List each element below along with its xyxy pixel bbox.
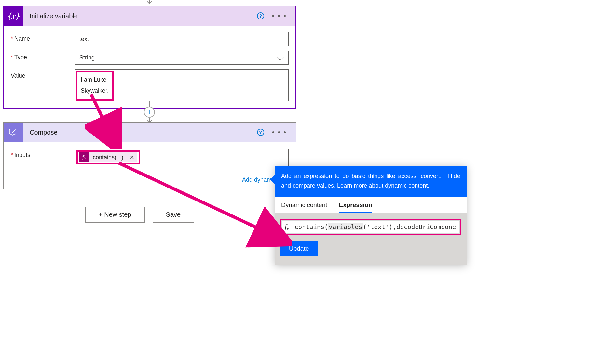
token-label: contains(...) xyxy=(89,154,127,161)
callout-caret xyxy=(270,175,275,184)
value-input[interactable]: I am Luke Skywalker. xyxy=(75,69,289,101)
add-dynamic-row: Add dynamic cont xyxy=(4,173,296,189)
compose-icon xyxy=(4,123,23,142)
value-highlight-annotation: I am Luke Skywalker. xyxy=(76,71,114,101)
learn-more-link[interactable]: Learn more about dynamic content. xyxy=(337,182,429,189)
hide-link[interactable]: Hide xyxy=(448,172,460,190)
card-title: Compose xyxy=(23,129,257,136)
tab-expression[interactable]: Expression xyxy=(339,202,372,213)
card-header[interactable]: Compose ? • • • xyxy=(4,123,296,142)
expression-callout: Add an expression to do basic things lik… xyxy=(275,166,467,265)
inputs-label: *Inputs xyxy=(11,149,69,159)
type-select-value: String xyxy=(79,54,95,61)
tab-dynamic-content[interactable]: Dynamic content xyxy=(281,202,327,213)
update-button[interactable]: Update xyxy=(280,241,318,256)
more-menu-icon[interactable]: • • • xyxy=(270,10,289,21)
callout-tabs: Dynamic content Expression xyxy=(275,197,467,213)
value-label: Value xyxy=(11,69,69,79)
card-title: Initialize variable xyxy=(23,12,257,20)
expression-token[interactable]: fx contains(...) ✕ xyxy=(79,152,137,162)
save-button[interactable]: Save xyxy=(153,207,194,223)
callout-body: fx contains(variables('text'),decodeUriC… xyxy=(275,213,467,265)
footer-buttons: + New step Save xyxy=(85,207,194,223)
inputs-input[interactable]: fx contains(...) ✕ xyxy=(75,149,289,166)
new-step-button[interactable]: + New step xyxy=(85,207,145,223)
fx-icon: fx xyxy=(285,222,289,232)
connector-top xyxy=(143,0,156,6)
chevron-down-icon xyxy=(277,53,284,60)
name-label: *Name xyxy=(11,32,69,42)
token-highlight-annotation: fx contains(...) ✕ xyxy=(76,150,140,164)
help-icon[interactable]: ? xyxy=(257,129,264,136)
close-icon[interactable]: ✕ xyxy=(127,154,137,161)
card-header[interactable]: {𝑥} Initialize variable ? • • • xyxy=(4,6,296,26)
expression-text: contains(variables('text'),decodeUriComp… xyxy=(294,223,457,230)
add-step-button[interactable]: + xyxy=(144,107,155,118)
connector-middle: + xyxy=(143,101,156,124)
variable-icon: {𝑥} xyxy=(4,6,23,26)
callout-header: Add an expression to do basic things lik… xyxy=(275,166,467,197)
fx-icon: fx xyxy=(79,152,89,162)
card-body: *Name *Type String Value I am Luke Skywa… xyxy=(4,26,296,109)
value-line1: I am Luke xyxy=(81,74,109,85)
type-label: *Type xyxy=(11,51,69,61)
name-input[interactable] xyxy=(75,32,289,46)
type-select[interactable]: String xyxy=(75,51,289,65)
card-compose[interactable]: Compose ? • • • *Inputs fx contains(...)… xyxy=(3,122,296,189)
expression-input[interactable]: fx contains(variables('text'),decodeUriC… xyxy=(280,219,461,235)
callout-description: Add an expression to do basic things lik… xyxy=(281,172,442,190)
card-initialize-variable[interactable]: {𝑥} Initialize variable ? • • • *Name *T… xyxy=(3,6,296,109)
more-menu-icon[interactable]: • • • xyxy=(270,127,289,138)
card-body: *Inputs fx contains(...) ✕ xyxy=(4,142,296,173)
help-icon[interactable]: ? xyxy=(257,12,264,20)
value-line2: Skywalker. xyxy=(81,85,109,96)
